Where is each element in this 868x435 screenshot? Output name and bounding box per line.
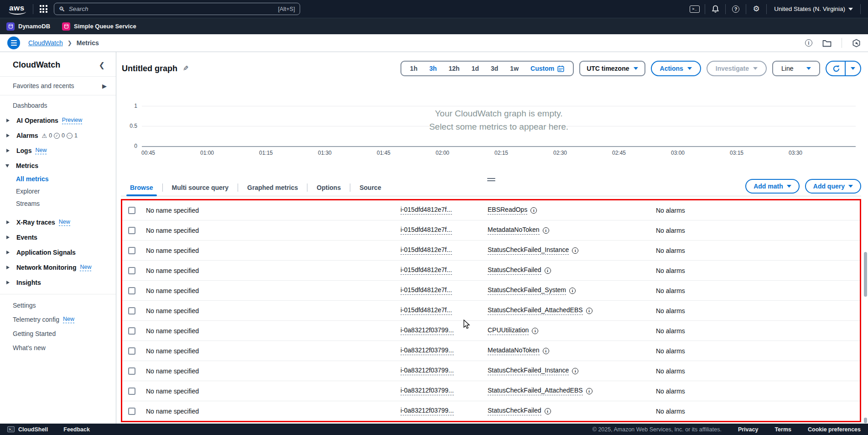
row-metric-name[interactable]: MetadataNoToken bbox=[488, 346, 540, 355]
row-checkbox[interactable] bbox=[128, 367, 135, 375]
time-range-1w[interactable]: 1w bbox=[504, 65, 525, 72]
sidebar-item-favorites[interactable]: Favorites and recents ▶︎ bbox=[0, 77, 116, 95]
table-row[interactable]: No name specified i-015dfd4812e7f... Met… bbox=[122, 220, 860, 240]
row-instance-id[interactable]: i-015dfd4812e7f... bbox=[400, 306, 452, 315]
footer-cookie-preferences-link[interactable]: Cookie preferences bbox=[808, 426, 861, 433]
preview-badge[interactable]: Preview bbox=[62, 117, 82, 124]
edit-graph-title-icon[interactable]: ✎ bbox=[183, 64, 189, 73]
sidebar-item-whats-new[interactable]: What's new bbox=[13, 344, 116, 351]
sidebar-item-events[interactable]: Events bbox=[13, 234, 116, 241]
row-metric-name[interactable]: StatusCheckFailed bbox=[488, 266, 541, 275]
time-range-3h[interactable]: 3h bbox=[423, 65, 442, 72]
add-query-dropdown-button[interactable]: Add query bbox=[805, 179, 861, 194]
row-checkbox[interactable] bbox=[128, 388, 135, 395]
sidebar-item-application-signals[interactable]: Application Signals bbox=[13, 249, 116, 256]
row-metric-name[interactable]: StatusCheckFailed_System bbox=[488, 286, 566, 295]
cloudshell-icon[interactable]: >_ bbox=[685, 5, 705, 13]
vertical-scrollbar-thumb[interactable] bbox=[864, 418, 867, 423]
row-metric-name[interactable]: MetadataNoToken bbox=[488, 226, 540, 235]
sidebar-item-insights[interactable]: Insights bbox=[13, 279, 116, 286]
panel-resize-handle-icon[interactable] bbox=[487, 178, 495, 181]
refresh-button[interactable] bbox=[826, 62, 846, 75]
row-checkbox[interactable] bbox=[128, 267, 135, 274]
footer-cloudshell-button[interactable]: >_ CloudShell bbox=[7, 426, 48, 433]
row-instance-id[interactable]: i-0a83212f03799... bbox=[400, 367, 454, 375]
table-row[interactable]: No name specified i-0a83212f03799... Met… bbox=[122, 341, 860, 361]
sidebar-item-dashboards[interactable]: Dashboards bbox=[13, 102, 116, 109]
aws-logo[interactable]: aws bbox=[7, 4, 26, 15]
sidebar-item-all-metrics[interactable]: All metrics bbox=[16, 175, 116, 183]
sidebar-item-metrics[interactable]: Metrics bbox=[13, 162, 116, 169]
info-icon[interactable]: i bbox=[805, 39, 812, 47]
new-badge[interactable]: New bbox=[63, 316, 74, 323]
help-icon[interactable]: ? bbox=[726, 5, 746, 13]
info-icon[interactable]: i bbox=[545, 408, 551, 414]
row-checkbox[interactable] bbox=[128, 207, 135, 214]
row-checkbox[interactable] bbox=[128, 347, 135, 355]
row-instance-id[interactable]: i-015dfd4812e7f... bbox=[400, 206, 452, 215]
new-badge[interactable]: New bbox=[59, 219, 70, 226]
row-instance-id[interactable]: i-015dfd4812e7f... bbox=[400, 226, 452, 235]
row-metric-name[interactable]: StatusCheckFailed_AttachedEBS bbox=[488, 306, 583, 315]
sidebar-item-ai-operations[interactable]: AI Operations Preview bbox=[13, 117, 116, 124]
row-instance-id[interactable]: i-015dfd4812e7f... bbox=[400, 286, 452, 295]
footer-feedback-link[interactable]: Feedback bbox=[63, 426, 90, 433]
global-search[interactable]: 🔍︎ [Alt+S] bbox=[54, 3, 300, 15]
favorited-service-dynamodb[interactable]: DynamoDB bbox=[6, 22, 50, 31]
footer-terms-link[interactable]: Terms bbox=[774, 426, 791, 433]
row-instance-id[interactable]: i-0a83212f03799... bbox=[400, 387, 454, 395]
new-badge[interactable]: New bbox=[80, 264, 91, 271]
services-menu-icon[interactable] bbox=[40, 5, 47, 13]
cloudwatch-service-icon[interactable] bbox=[852, 39, 861, 47]
cloudwatch-graph[interactable]: 10.50 Your CloudWatch graph is empty. Se… bbox=[121, 102, 861, 161]
info-icon[interactable]: i bbox=[530, 207, 537, 214]
sidebar-item-streams[interactable]: Streams bbox=[16, 200, 116, 207]
row-metric-name[interactable]: StatusCheckFailed_Instance bbox=[488, 367, 569, 375]
row-metric-name[interactable]: EBSReadOps bbox=[488, 206, 527, 215]
time-range-1d[interactable]: 1d bbox=[466, 65, 485, 72]
investigate-dropdown-button[interactable]: Investigate bbox=[707, 61, 767, 76]
tab-graphed-metrics[interactable]: Graphed metrics bbox=[238, 179, 307, 196]
folder-icon[interactable] bbox=[822, 39, 832, 47]
sidebar-item-explorer[interactable]: Explorer bbox=[16, 188, 116, 195]
table-row[interactable]: No name specified i-015dfd4812e7f... Sta… bbox=[122, 300, 860, 320]
table-row[interactable]: No name specified i-015dfd4812e7f... Sta… bbox=[122, 280, 860, 300]
vertical-scrollbar-thumb[interactable] bbox=[864, 252, 867, 297]
row-checkbox[interactable] bbox=[128, 247, 135, 254]
time-range-3d[interactable]: 3d bbox=[485, 65, 504, 72]
favorited-service-simple-queue-service[interactable]: Simple Queue Service bbox=[62, 22, 136, 31]
breadcrumb-cloudwatch-link[interactable]: CloudWatch bbox=[28, 39, 63, 47]
row-checkbox[interactable] bbox=[128, 287, 135, 294]
info-icon[interactable]: i bbox=[543, 348, 549, 354]
sidebar-item-network-monitoring[interactable]: Network Monitoring New bbox=[13, 264, 116, 271]
tab-source[interactable]: Source bbox=[350, 179, 390, 196]
table-row[interactable]: No name specified i-0a83212f03799... Sta… bbox=[122, 381, 860, 401]
footer-privacy-link[interactable]: Privacy bbox=[738, 426, 758, 433]
time-range-1h[interactable]: 1h bbox=[404, 65, 423, 72]
notifications-bell-icon[interactable] bbox=[705, 5, 725, 13]
row-instance-id[interactable]: i-0a83212f03799... bbox=[400, 407, 454, 415]
sidebar-item-alarms[interactable]: Alarms ⚠︎0 ✓0 ⋯1 bbox=[13, 132, 116, 139]
info-icon[interactable]: i bbox=[572, 247, 578, 254]
tab-options[interactable]: Options bbox=[307, 179, 350, 196]
time-range-12h[interactable]: 12h bbox=[443, 65, 466, 72]
row-metric-name[interactable]: StatusCheckFailed_Instance bbox=[488, 246, 569, 255]
row-metric-name[interactable]: StatusCheckFailed_AttachedEBS bbox=[488, 387, 583, 395]
table-row[interactable]: No name specified i-0a83212f03799... Sta… bbox=[122, 401, 860, 421]
table-row[interactable]: No name specified i-0a83212f03799... Sta… bbox=[122, 361, 860, 381]
row-checkbox[interactable] bbox=[128, 227, 135, 234]
row-instance-id[interactable]: i-015dfd4812e7f... bbox=[400, 266, 452, 275]
row-checkbox[interactable] bbox=[128, 327, 135, 335]
info-icon[interactable]: i bbox=[586, 308, 593, 314]
info-icon[interactable]: i bbox=[532, 328, 538, 334]
sidebar-item-getting-started[interactable]: Getting Started bbox=[13, 330, 116, 337]
tab-browse[interactable]: Browse bbox=[121, 179, 162, 196]
row-instance-id[interactable]: i-0a83212f03799... bbox=[400, 326, 454, 335]
row-instance-id[interactable]: i-0a83212f03799... bbox=[400, 346, 454, 355]
row-checkbox[interactable] bbox=[128, 307, 135, 314]
table-row[interactable]: No name specified i-015dfd4812e7f... Sta… bbox=[122, 260, 860, 280]
actions-dropdown-button[interactable]: Actions bbox=[651, 61, 701, 76]
new-badge[interactable]: New bbox=[35, 147, 47, 154]
sidebar-item-xray-traces[interactable]: X-Ray traces New bbox=[13, 219, 116, 226]
row-instance-id[interactable]: i-015dfd4812e7f... bbox=[400, 246, 452, 255]
